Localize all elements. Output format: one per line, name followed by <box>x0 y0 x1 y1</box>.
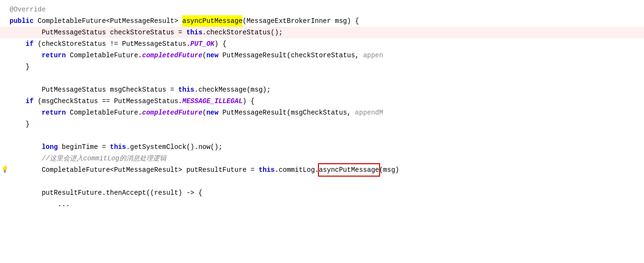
indent-return-1 <box>10 50 42 61</box>
brace-1: } <box>26 61 30 73</box>
line-if-check-store: if (checkStoreStatus != PutMessageStatus… <box>0 38 644 50</box>
line-if-msg-check: if (msgCheckStatus == PutMessageStatus.M… <box>0 95 644 107</box>
comment-commitlog-text: //这里会进入commitLog的消息处理逻辑 <box>42 153 166 164</box>
indent-if-2 <box>10 95 26 107</box>
new-kw-1: new <box>207 50 218 61</box>
continuation-2: appendM <box>355 107 383 118</box>
completed-future-1: completedFuture <box>142 50 202 61</box>
begin-time-body: beginTime = <box>58 141 110 153</box>
indent-long <box>10 141 42 153</box>
return-type: CompletableFuture<PutMessageResult> <box>33 15 182 27</box>
annotation-override: @Override <box>10 4 46 15</box>
indent-then <box>10 187 42 199</box>
indent-brace-1 <box>10 61 26 73</box>
return-kw-1: return <box>42 50 65 61</box>
line-begin-time: long beginTime = this.getSystemClock().n… <box>0 141 644 153</box>
completed-future-2: completedFuture <box>142 107 202 118</box>
return-body-1b: ( <box>202 50 206 61</box>
line-close-brace-1: } <box>0 61 644 73</box>
return-body-2c: PutMessageResult(msgCheckStatus, <box>218 107 355 118</box>
long-kw: long <box>42 141 58 153</box>
return-body-2b: ( <box>202 107 206 118</box>
indent-brace-2 <box>10 118 26 130</box>
commit-log-dot: .commitLog. <box>275 164 319 176</box>
line-close-brace-2: } <box>0 118 644 130</box>
if-kw-1: if <box>26 38 34 50</box>
code-viewer: @Override public CompletableFuture<PutMe… <box>0 0 644 263</box>
line-override: @Override <box>0 4 644 15</box>
indent-2 <box>10 84 42 95</box>
msg-check-prefix: PutMessageStatus msgCheckStatus = <box>42 84 178 95</box>
line-ellipsis: ... <box>0 199 644 210</box>
line-check-store-status: PutMessageStatus checkStoreStatus = this… <box>0 27 644 38</box>
line-empty-2 <box>0 130 644 141</box>
indent-return-2 <box>10 107 42 118</box>
line-return-store: return CompletableFuture.completedFuture… <box>0 50 644 61</box>
check-store-prefix: PutMessageStatus checkStoreStatus = <box>10 27 186 38</box>
this-kw-2: this <box>178 84 195 95</box>
if-cond-2: (msgCheckStatus == PutMessageStatus. <box>33 95 182 107</box>
indent-ellipsis <box>10 199 58 210</box>
if-kw-2: if <box>26 95 34 107</box>
line-comment-commitlog: //这里会进入commitLog的消息处理逻辑 <box>0 153 644 164</box>
if-cond-1: (checkStoreStatus != PutMessageStatus. <box>33 38 190 50</box>
msg-check-suffix: .checkMessage(msg); <box>194 84 271 95</box>
line-put-result-future: 💡 CompletableFuture<PutMessageResult> pu… <box>0 164 644 176</box>
line-return-msg: return CompletableFuture.completedFuture… <box>0 107 644 118</box>
method-name-boxed: asyncPutMessage <box>319 164 379 176</box>
new-kw-2: new <box>207 107 218 118</box>
ellipsis-text: ... <box>58 199 70 210</box>
this-kw-4: this <box>259 164 275 176</box>
keyword-public: public <box>10 15 33 27</box>
return-body-2a: CompletableFuture. <box>66 107 142 118</box>
return-body-1c: PutMessageResult(checkStoreStatus, <box>218 50 363 61</box>
this-kw-1: this <box>186 27 203 38</box>
return-kw-2: return <box>42 107 65 118</box>
if-close-2: ) { <box>242 95 254 107</box>
method-name-highlighted: asyncPutMessage <box>182 15 242 27</box>
continuation-1: appen <box>363 50 383 61</box>
return-body-1a: CompletableFuture. <box>66 50 142 61</box>
if-close-1: ) { <box>215 38 227 50</box>
line-empty-1 <box>0 73 644 84</box>
indent-if-1 <box>10 38 26 50</box>
gutter-bulb-icon: 💡 <box>1 164 9 176</box>
params: (MessageExtBrokerInner msg) { <box>242 15 359 27</box>
line-msg-check-status: PutMessageStatus msgCheckStatus = this.c… <box>0 84 644 95</box>
get-clock: .getSystemClock().now(); <box>126 141 223 153</box>
check-store-suffix: .checkStoreStatus(); <box>202 27 283 38</box>
line-then-accept: putResultFuture.thenAccept((result) -> { <box>0 187 644 199</box>
then-accept-body: putResultFuture.thenAccept((result) -> { <box>42 187 202 199</box>
put-result-prefix: CompletableFuture<PutMessageResult> putR… <box>42 164 259 176</box>
put-ok: PUT_OK <box>190 38 214 50</box>
brace-2: } <box>26 118 30 130</box>
this-kw-3: this <box>110 141 126 153</box>
message-illegal: MESSAGE_ILLEGAL <box>182 95 242 107</box>
line-empty-3 <box>0 176 644 187</box>
line-method-sig: public CompletableFuture<PutMessageResul… <box>0 15 644 27</box>
indent-put <box>10 164 42 176</box>
put-result-suffix: (msg) <box>379 164 399 176</box>
indent-comment <box>10 153 42 164</box>
